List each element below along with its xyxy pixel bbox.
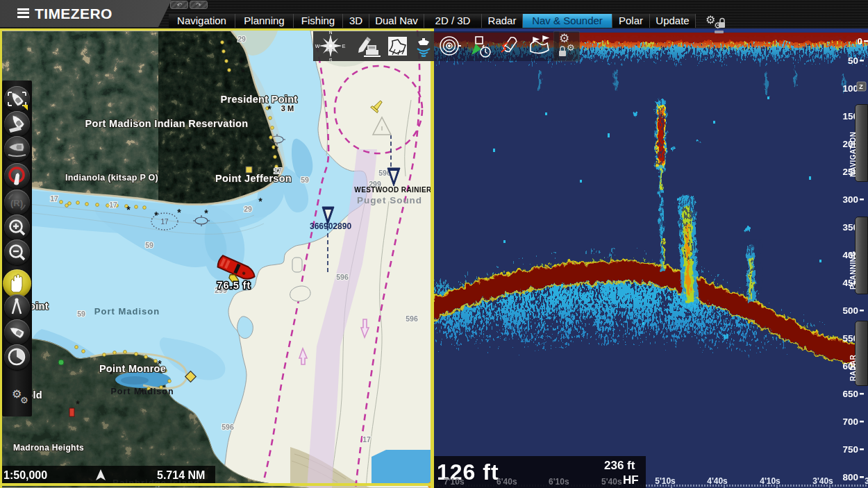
svg-text:WESTWOOD RAINIER: WESTWOOD RAINIER [354,186,432,194]
svg-text:(R): (R) [10,198,23,208]
svg-text:29: 29 [244,205,252,213]
svg-text:Indianola (kitsap P O): Indianola (kitsap P O) [65,173,158,183]
svg-text:*: * [274,144,278,155]
svg-text:700: 700 [842,417,858,427]
svg-text:4'40s: 4'40s [707,476,728,486]
svg-text:N: N [328,31,332,35]
svg-text:596: 596 [406,314,418,323]
svg-text:*: * [177,207,181,218]
svg-text:750: 750 [842,444,858,455]
svg-text:Port Madison: Port Madison [110,387,174,396]
svg-text:596: 596 [336,273,349,281]
svg-text:E: E [342,44,346,49]
svg-text:596: 596 [222,423,234,431]
svg-text:59: 59 [301,176,309,184]
svg-text:800: 800 [842,472,858,482]
svg-text:5'10s: 5'10s [655,476,676,486]
svg-text:500: 500 [842,305,858,316]
svg-text:5.714 NM: 5.714 NM [157,469,205,481]
svg-text:⚙: ⚙ [20,395,28,405]
svg-text:50: 50 [848,56,858,66]
svg-text:17: 17 [362,435,371,444]
svg-text:650: 650 [842,389,858,399]
svg-text:17: 17 [50,194,58,203]
svg-text:17: 17 [109,201,117,209]
svg-text:Point Monroe: Point Monroe [99,363,166,374]
svg-text:59: 59 [77,310,85,318]
svg-text:3 M: 3 M [281,104,294,112]
svg-text:3'40s: 3'40s [812,476,833,486]
svg-text:4'10s: 4'10s [760,476,781,486]
svg-text:*: * [126,204,131,215]
svg-text:*: * [267,103,272,115]
svg-text:*: * [76,398,80,410]
svg-text:Madrona Heights: Madrona Heights [13,443,84,453]
svg-text:Z: Z [859,83,863,90]
svg-text:300: 300 [842,194,858,205]
svg-text:0: 0 [857,36,862,47]
svg-text:Port Madison Indian Reservatio: Port Madison Indian Reservation [85,118,249,129]
svg-text:W: W [315,44,320,49]
svg-text:S: S [329,58,333,61]
svg-text:⚙: ⚙ [567,42,575,53]
svg-text:1:50,000: 1:50,000 [3,469,47,481]
svg-text:President Point: President Point [221,94,298,105]
svg-text:Port Madison: Port Madison [94,306,160,317]
svg-text:366902890: 366902890 [310,221,351,231]
svg-text:Puget Sound: Puget Sound [357,195,422,205]
svg-text:100: 100 [842,83,858,94]
svg-text:76.5 ft: 76.5 ft [217,280,251,291]
svg-text:29: 29 [237,35,246,43]
svg-text:59: 59 [145,241,153,249]
svg-text:Point Jefferson: Point Jefferson [215,173,292,184]
svg-text:*: * [204,208,208,219]
svg-text:*: * [241,67,245,78]
svg-text:*: * [154,210,158,221]
svg-text:*: * [227,37,231,49]
svg-text:*: * [258,196,262,207]
svg-text:oint: oint [29,301,49,312]
svg-text:3'10s: 3'10s [865,476,868,486]
